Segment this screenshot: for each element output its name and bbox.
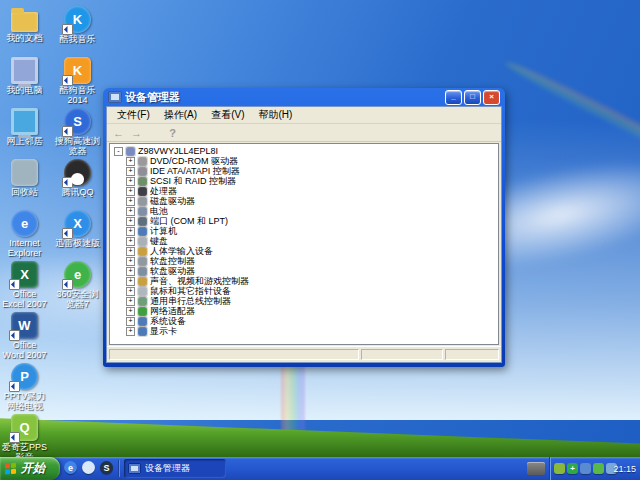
tree-item[interactable]: + 显示卡 — [114, 326, 498, 336]
tree-item-label: DVD/CD-ROM 驱动器 — [150, 156, 238, 166]
ie-quicklaunch-icon[interactable]: e — [64, 461, 77, 474]
expand-box-icon[interactable]: + — [126, 197, 135, 206]
expand-box-icon[interactable]: + — [126, 177, 135, 186]
task-button-device-manager[interactable]: 设备管理器 — [124, 459, 226, 478]
device-tree: - Z98VWYJLL4EPL8I + DVD/CD-ROM 驱动器 + IDE… — [109, 143, 499, 345]
expand-box-icon[interactable]: + — [126, 247, 135, 256]
desktop-icon-image — [64, 159, 91, 186]
window-control-glyph: _ — [451, 93, 455, 101]
menu-item[interactable]: 查看(V) — [205, 107, 250, 123]
tree-item-label: 鼠标和其它指针设备 — [150, 286, 231, 296]
start-button[interactable]: 开始 — [0, 457, 60, 480]
tree-item[interactable]: + 电池 — [114, 206, 498, 216]
taskbar-clock[interactable]: 21:15 — [613, 457, 636, 480]
expand-box-icon[interactable]: + — [126, 287, 135, 296]
tree-item[interactable]: + 处理器 — [114, 186, 498, 196]
menu-item[interactable]: 操作(A) — [158, 107, 203, 123]
battery-icon — [138, 207, 147, 216]
tree-root-row[interactable]: - Z98VWYJLL4EPL8I — [114, 146, 498, 156]
language-bar-icon[interactable] — [527, 462, 545, 475]
tree-item[interactable]: + 软盘控制器 — [114, 256, 498, 266]
360-shield-tray-icon[interactable] — [554, 463, 565, 474]
desktop-icon-label: 我的文档 — [1, 33, 48, 43]
desktop-icon-image — [11, 57, 38, 84]
disk-drive-icon — [138, 197, 147, 206]
tree-item[interactable]: + SCSI 和 RAID 控制器 — [114, 176, 498, 186]
tree-item[interactable]: + 鼠标和其它指针设备 — [114, 286, 498, 296]
tree-item[interactable]: + DVD/CD-ROM 驱动器 — [114, 156, 498, 166]
360-health-tray-icon[interactable]: + — [567, 463, 578, 474]
title-bar[interactable]: 设备管理器 _□× — [106, 88, 502, 106]
display-adapters-icon — [138, 327, 147, 336]
desktop-icon-my-computer[interactable]: 我的电脑 — [1, 56, 48, 107]
qq-quicklaunch-icon[interactable] — [82, 461, 95, 474]
expand-box-icon[interactable]: + — [126, 267, 135, 276]
close-button[interactable]: × — [483, 90, 500, 105]
desktop-icon-sogou-browser[interactable]: S 搜狗高速浏览器 — [54, 107, 101, 158]
expand-box-icon[interactable]: + — [126, 207, 135, 216]
expand-box-icon[interactable]: + — [126, 297, 135, 306]
menu-item[interactable]: 帮助(H) — [252, 107, 298, 123]
maximize-button[interactable]: □ — [464, 90, 481, 105]
desktop-icon-glyph: K — [73, 63, 82, 78]
tree-item[interactable]: + 端口 (COM 和 LPT) — [114, 216, 498, 226]
tree-item[interactable]: + 通用串行总线控制器 — [114, 296, 498, 306]
menu-item[interactable]: 文件(F) — [111, 107, 156, 123]
minimize-button[interactable]: _ — [445, 90, 462, 105]
desktop-icon-network-places[interactable]: 网上邻居 — [1, 107, 48, 158]
desktop-icon-internet-explorer[interactable]: e Internet Explorer — [1, 209, 48, 260]
forward-icon[interactable]: → — [129, 126, 144, 140]
collapse-box-icon[interactable]: - — [114, 147, 123, 156]
ide-ata-atapi-controller-icon — [138, 167, 147, 176]
expand-box-icon[interactable]: + — [126, 157, 135, 166]
desktop-icon-label: Internet Explorer — [1, 238, 48, 258]
back-icon[interactable]: ← — [111, 126, 126, 140]
expand-box-icon[interactable]: + — [126, 327, 135, 336]
desktop-icon-recycle-bin[interactable]: 回收站 — [1, 158, 48, 209]
expand-box-icon[interactable]: + — [126, 237, 135, 246]
help-icon[interactable]: ? — [165, 126, 180, 140]
computer-icon — [138, 227, 147, 236]
desktop-icon-office-word-2007[interactable]: W Office Word 2007 — [1, 311, 48, 362]
expand-box-icon[interactable]: + — [126, 217, 135, 226]
desktop-icon-tencent-qq[interactable]: 腾讯QQ — [54, 158, 101, 209]
xunlei-tray-icon[interactable] — [580, 463, 591, 474]
desktop-icon-pptv[interactable]: P PPTV聚力 网络电视 — [1, 362, 48, 413]
desktop-icon-xunlei[interactable]: X 迅雷极速版 — [54, 209, 101, 260]
tree-item[interactable]: + IDE ATA/ATAPI 控制器 — [114, 166, 498, 176]
device-manager-icon — [128, 463, 141, 474]
expand-box-icon[interactable]: + — [126, 187, 135, 196]
expand-box-icon[interactable]: + — [126, 227, 135, 236]
sogou-quicklaunch-icon[interactable]: S — [100, 461, 113, 474]
expand-box-icon[interactable]: + — [126, 317, 135, 326]
tree-item[interactable]: + 软盘驱动器 — [114, 266, 498, 276]
expand-box-icon[interactable]: + — [126, 307, 135, 316]
desktop-icon-kugou-music-2014[interactable]: K 酷狗音乐 2014 — [54, 56, 101, 107]
tree-item-label: 系统设备 — [150, 316, 186, 326]
mouse-pointing-devices-icon — [138, 287, 147, 296]
desktop-icon-my-documents[interactable]: 我的文档 — [1, 5, 48, 56]
tree-item[interactable]: + 网络适配器 — [114, 306, 498, 316]
tree-item[interactable]: + 声音、视频和游戏控制器 — [114, 276, 498, 286]
desktop-icon-kuwo-music[interactable]: K 酷我音乐 — [54, 5, 101, 56]
desktop-icon-image: K — [64, 6, 91, 33]
views-icon[interactable] — [183, 126, 198, 140]
desktop-icon-360-browser[interactable]: e 360安全浏览器7 — [54, 260, 101, 311]
tree-item[interactable]: + 系统设备 — [114, 316, 498, 326]
tree-item[interactable]: + 键盘 — [114, 236, 498, 246]
expand-box-icon[interactable]: + — [126, 277, 135, 286]
qq-music-tray-icon[interactable] — [593, 463, 604, 474]
desktop-icon-label: Office Excel 2007 — [1, 289, 48, 309]
tree-item[interactable]: + 计算机 — [114, 226, 498, 236]
expand-box-icon[interactable]: + — [126, 257, 135, 266]
tree-item-label: 网络适配器 — [150, 306, 195, 316]
console-window-icon[interactable] — [147, 126, 162, 140]
desktop-icon-office-excel-2007[interactable]: X Office Excel 2007 — [1, 260, 48, 311]
status-cell — [445, 349, 499, 360]
tree-item[interactable]: + 人体学输入设备 — [114, 246, 498, 256]
tree-item[interactable]: + 磁盘驱动器 — [114, 196, 498, 206]
status-cell — [361, 349, 443, 360]
expand-box-icon[interactable]: + — [126, 167, 135, 176]
tree-item-label: 磁盘驱动器 — [150, 196, 195, 206]
desktop-icon-image: S — [64, 108, 91, 135]
